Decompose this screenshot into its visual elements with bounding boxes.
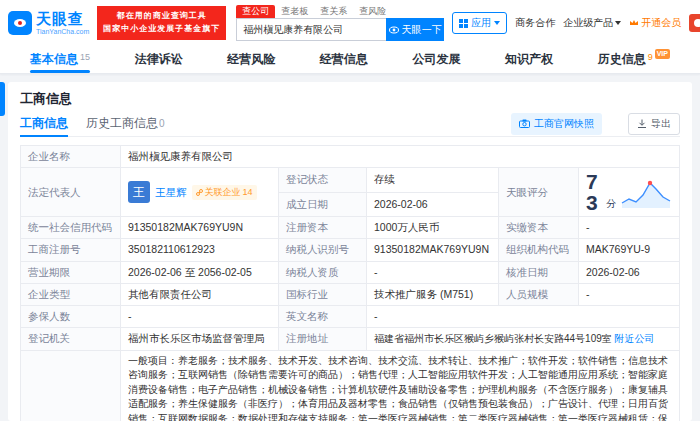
- logo-url: TianYanCha.com: [36, 28, 89, 35]
- table-row: 工商注册号 350182110612923 纳税人识别号 91350182MAK…: [21, 239, 680, 261]
- tab-basic-info-count: 15: [80, 52, 90, 62]
- table-row: 登记机关 福州市长乐区市场监督管理局 注册地址 福建省福州市长乐区猴屿乡猴屿张村…: [21, 328, 680, 350]
- related-companies-label: 关联企业: [205, 186, 241, 199]
- tab-basic-info[interactable]: 基本信息 15: [26, 46, 94, 73]
- search-button[interactable]: 天眼一下: [386, 18, 444, 41]
- search-tab-boss[interactable]: 查老板: [275, 5, 314, 18]
- score-unit: 分: [606, 197, 616, 212]
- download-icon: [637, 119, 647, 129]
- org-code-value: MAK769YU-9: [586, 243, 650, 255]
- tab-legal-proceedings-label: 法律诉讼: [135, 51, 183, 68]
- credit-code-value: 91350182MAK769YU9N: [128, 221, 243, 233]
- address-value: 福建省福州市长乐区猴屿乡猴屿张村长安路44号109室: [374, 333, 612, 344]
- insured-count-value: -: [128, 310, 132, 322]
- business-cooperation-link[interactable]: 商务合作: [515, 16, 555, 30]
- table-row: 统一社会信用代码 91350182MAK769YU9N 注册资本 1000万人民…: [21, 217, 680, 239]
- open-vip-label: 开通会员: [641, 16, 681, 30]
- side-toolbar-handle[interactable]: [0, 82, 5, 116]
- camera-icon: [519, 119, 530, 128]
- score-label: 天眼评分: [499, 168, 579, 217]
- header-right: 应用 商务合作 企业级产品 开通会员 香米: [452, 12, 700, 34]
- status-badge: 存续: [374, 173, 395, 185]
- search-input[interactable]: [236, 18, 386, 41]
- open-vip-link[interactable]: 开通会员: [629, 16, 681, 30]
- score-trend-chart: [620, 176, 672, 208]
- search-tab-risk[interactable]: 查风险: [353, 5, 392, 18]
- logo-text: 天眼查: [36, 11, 89, 26]
- taxpayer-id-value: 91350182MAK769YU9N: [374, 243, 489, 255]
- enterprise-product-label: 企业级产品: [563, 16, 613, 30]
- industry-value: 技术推广服务 (M751): [374, 288, 473, 300]
- tab-company-development[interactable]: 公司发展: [408, 46, 464, 73]
- score-value: 73: [586, 171, 602, 213]
- vip-crown-icon: [629, 18, 639, 28]
- search-tab-relation[interactable]: 查关系: [314, 5, 353, 18]
- user-avatar: [689, 14, 700, 32]
- apps-button-label: 应用: [471, 16, 491, 30]
- tab-intellectual-property[interactable]: 知识产权: [501, 46, 557, 73]
- tab-history-business-registration-count: 0: [159, 118, 165, 129]
- table-row: 法定代表人 王 王星辉 关联企业 14 登记状态: [21, 168, 680, 193]
- taxpayer-quality-value: -: [374, 266, 378, 278]
- business-info-tabs: 工商信息 历史工商信息 0 工商官网快照 导出: [20, 111, 680, 137]
- enterprise-product-link[interactable]: 企业级产品: [563, 16, 621, 30]
- business-cooperation-label: 商务合作: [515, 16, 555, 30]
- paid-capital-label: 实缴资本: [499, 217, 579, 239]
- org-code-label: 组织机构代码: [499, 239, 579, 261]
- legal-rep-avatar[interactable]: 王: [128, 181, 150, 203]
- credit-code-label: 统一社会信用代码: [21, 217, 121, 239]
- tab-business-registration[interactable]: 工商信息: [20, 111, 68, 136]
- tab-history-business-registration[interactable]: 历史工商信息 0: [86, 111, 165, 136]
- reg-number-value: 350182110612923: [128, 243, 215, 255]
- table-row: 企业名称 福州槇见康养有限公司: [21, 146, 680, 168]
- chevron-down-icon: [615, 21, 621, 25]
- tab-history-info-count: 9: [648, 52, 653, 62]
- registry-label: 登记机关: [21, 328, 121, 350]
- legal-rep-cell: 王 王星辉 关联企业 14: [128, 181, 271, 203]
- vip-badge: VIP: [655, 49, 670, 59]
- export-label: 导出: [651, 117, 671, 131]
- table-row: 参保人数 - 英文名称 -: [21, 306, 680, 328]
- established-value: 2026-02-06: [374, 198, 428, 210]
- tab-operation-risk-label: 经营风险: [227, 51, 275, 68]
- top-header: 天眼查 TianYanCha.com 都在用的商业查询工具 国家中小企业发展子基…: [0, 0, 700, 46]
- tab-history-business-registration-label: 历史工商信息: [86, 115, 158, 132]
- tab-legal-proceedings[interactable]: 法律诉讼: [131, 46, 187, 73]
- tab-business-registration-label: 工商信息: [20, 115, 68, 132]
- approval-date-value: 2026-02-06: [586, 266, 640, 278]
- promo-banner-line1: 都在用的商业查询工具: [103, 10, 220, 23]
- business-scope-label: 经营范围: [21, 350, 121, 421]
- tab-operation-risk[interactable]: 经营风险: [223, 46, 279, 73]
- section-title: 工商信息: [20, 90, 680, 108]
- nearby-companies-link[interactable]: 附近公司: [615, 333, 655, 344]
- search-tabs: 查公司 查老板 查关系 查风险: [236, 5, 444, 18]
- reg-capital-label: 注册资本: [279, 217, 367, 239]
- tianyancha-eye-icon: [8, 11, 32, 35]
- address-label: 注册地址: [279, 328, 367, 350]
- tianyan-score[interactable]: 73 分: [586, 171, 672, 213]
- promo-banner: 都在用的商业查询工具 国家中小企业发展子基金旗下: [97, 6, 226, 40]
- apps-button[interactable]: 应用: [452, 12, 507, 34]
- status-label: 登记状态: [279, 168, 367, 193]
- business-info-card: 工商信息 工商信息 历史工商信息 0 工商官网快照 导出: [8, 82, 692, 421]
- chevron-down-icon: [494, 21, 500, 25]
- tab-history-info[interactable]: 历史信息 9 VIP: [594, 46, 674, 73]
- business-scope-value: 一般项目：养老服务；技术服务、技术开发、技术咨询、技术交流、技术转让、技术推广；…: [128, 355, 668, 421]
- promo-banner-line2: 国家中小企业发展子基金旗下: [103, 23, 220, 36]
- business-term-value: 2026-02-06 至 2056-02-05: [128, 266, 252, 278]
- related-companies-tag[interactable]: 关联企业 14: [192, 185, 257, 200]
- search-tab-company[interactable]: 查公司: [236, 5, 275, 18]
- export-button[interactable]: 导出: [628, 113, 680, 135]
- company-name-label: 企业名称: [21, 146, 121, 168]
- official-snapshot-button[interactable]: 工商官网快照: [511, 113, 602, 135]
- reg-number-label: 工商注册号: [21, 239, 121, 261]
- legal-rep-link[interactable]: 王星辉: [155, 185, 187, 200]
- grid-icon: [459, 19, 468, 28]
- legal-rep-label: 法定代表人: [21, 168, 121, 217]
- user-menu[interactable]: 香米: [689, 14, 700, 32]
- registry-value: 福州市长乐区市场监督管理局: [128, 332, 265, 344]
- established-label: 成立日期: [279, 192, 367, 217]
- tab-history-info-label: 历史信息: [598, 51, 646, 68]
- logo[interactable]: 天眼查 TianYanCha.com: [8, 11, 89, 35]
- tab-operation-info[interactable]: 经营信息: [316, 46, 372, 73]
